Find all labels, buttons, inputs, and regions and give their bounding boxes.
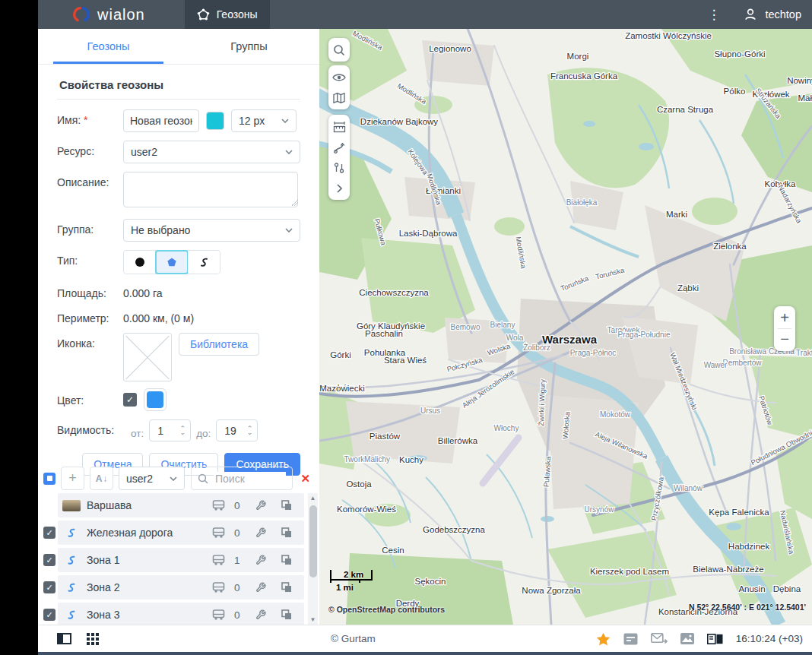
label-color-swatch[interactable]	[206, 112, 224, 130]
select-all-checkbox[interactable]	[43, 473, 56, 485]
map-canvas[interactable]: LegionowoMorgiZamostki WólczyńskieSłupno…	[319, 29, 812, 625]
row-checkbox[interactable]: ✓	[43, 609, 56, 621]
routing-icon[interactable]	[328, 137, 350, 157]
wialon-logo-icon	[72, 5, 90, 24]
zoom-in-button[interactable]: +	[774, 308, 795, 328]
tab-geofences[interactable]: Геозоны	[38, 29, 179, 64]
apps-grid-icon[interactable]	[87, 633, 99, 645]
edit-geofence-button[interactable]	[251, 609, 271, 620]
scale-mi-label: 1 mi	[330, 583, 373, 592]
copy-geofence-button[interactable]	[277, 555, 297, 565]
units-inside-button[interactable]	[208, 609, 228, 620]
row-checkbox[interactable]: ✓	[43, 527, 56, 539]
library-button[interactable]: Библиотека	[179, 333, 259, 356]
expand-tools-icon[interactable]	[328, 178, 350, 198]
map-label: Nowa Zgorzała	[522, 586, 581, 595]
notifications-icon[interactable]	[623, 633, 638, 645]
copy-icon	[281, 500, 292, 511]
user-menu[interactable]: techtop	[743, 7, 801, 22]
scrollbar-thumb[interactable]	[309, 505, 317, 577]
font-size-select[interactable]: 12 px	[231, 109, 297, 132]
geofence-icon	[197, 8, 210, 21]
group-value: Не выбрано	[131, 224, 190, 236]
geofence-type-cell	[62, 582, 81, 593]
search-box	[191, 467, 293, 490]
row-body[interactable]: Железная дорога0	[58, 521, 304, 545]
icon-preview[interactable]	[123, 333, 172, 381]
geofence-color-swatch[interactable]	[144, 388, 167, 411]
units-count-icon	[212, 527, 225, 538]
toggle-panel-icon[interactable]	[57, 633, 71, 644]
map-source-icon[interactable]	[328, 87, 350, 108]
spinner-icon[interactable]: ⌃⌄	[247, 427, 253, 435]
row-checkbox[interactable]: ✓	[43, 554, 56, 566]
geofence-list-item[interactable]: ✓Зона 20	[38, 575, 304, 600]
units-count: 1	[234, 555, 245, 566]
copy-geofence-button[interactable]	[277, 500, 297, 511]
geofence-list-item[interactable]: ✓Железная дорога0	[38, 521, 304, 545]
chevron-down-icon	[285, 150, 293, 154]
zoom-out-button[interactable]: −	[774, 329, 795, 350]
row-body[interactable]: Зона 30	[58, 603, 304, 625]
type-circle-button[interactable]	[124, 251, 156, 274]
resource-select[interactable]: user2	[123, 141, 300, 163]
sort-button[interactable]: A↓	[90, 467, 113, 490]
measure-distance-icon[interactable]	[328, 116, 350, 137]
units-inside-button[interactable]	[208, 555, 228, 565]
units-inside-button[interactable]	[208, 527, 228, 538]
edit-geofence-button[interactable]	[251, 500, 271, 511]
group-select[interactable]: Не выбрано	[123, 219, 300, 242]
row-body[interactable]: Зона 11	[58, 548, 304, 572]
spinner-icon[interactable]: ⌃⌄	[180, 427, 186, 435]
copy-geofence-button[interactable]	[277, 609, 297, 620]
search-input[interactable]	[214, 472, 286, 486]
nearest-units-icon[interactable]	[328, 157, 350, 178]
edit-geofence-button[interactable]	[251, 582, 271, 593]
copy-icon	[281, 609, 292, 620]
units-inside-button[interactable]	[208, 582, 228, 593]
favorites-star-icon[interactable]	[596, 632, 611, 646]
polyline-geofence-icon	[66, 555, 78, 565]
name-input[interactable]	[123, 109, 199, 132]
description-textarea[interactable]	[123, 172, 298, 207]
perimeter-value: 0.000 км, (0 м)	[123, 308, 194, 324]
monitoring-displays-icon[interactable]	[707, 634, 723, 644]
units-inside-button[interactable]	[208, 500, 228, 511]
visibility-eye-icon[interactable]	[328, 67, 350, 87]
polyline-geofence-icon	[66, 527, 78, 538]
more-menu-icon[interactable]: ⋮	[704, 8, 723, 21]
list-resource-select[interactable]: user2	[119, 467, 185, 490]
tab-groups[interactable]: Группы	[179, 29, 319, 64]
copy-geofence-button[interactable]	[277, 527, 297, 538]
edit-geofence-button[interactable]	[251, 527, 271, 538]
map-label: Ząbki	[677, 283, 699, 293]
group-label: Группа:	[57, 219, 123, 236]
description-label: Описание:	[57, 172, 123, 188]
media-icon[interactable]	[680, 633, 694, 644]
list-scrollbar[interactable]: ▲ ▼	[308, 493, 318, 625]
copy-geofence-button[interactable]	[277, 582, 297, 593]
type-line-button[interactable]	[188, 251, 220, 274]
messages-icon[interactable]	[651, 633, 668, 644]
geofence-list-item[interactable]: Варшава0	[38, 493, 304, 517]
resource-value: user2	[131, 146, 157, 158]
close-search-icon[interactable]: ✕	[300, 472, 310, 486]
type-polygon-button[interactable]	[156, 251, 188, 274]
visibility-to-stepper[interactable]: 19 ⌃⌄	[216, 419, 258, 441]
polyline-geofence-icon	[66, 609, 78, 620]
color-checkbox[interactable]: ✓	[123, 393, 137, 407]
color-label: Цвет:	[57, 388, 123, 407]
visibility-from-stepper[interactable]: 1 ⌃⌄	[149, 419, 191, 441]
map-search-icon[interactable]	[328, 40, 350, 60]
geofence-list-item[interactable]: ✓Зона 30	[38, 603, 304, 625]
row-body[interactable]: Зона 20	[58, 575, 304, 600]
geofence-list-item[interactable]: ✓Зона 11	[38, 548, 304, 572]
scroll-up-icon[interactable]: ▲	[308, 493, 318, 503]
edit-geofence-button[interactable]	[251, 555, 271, 565]
add-geofence-button[interactable]: +	[61, 467, 84, 490]
header-tab-geofences[interactable]: Геозоны	[185, 0, 270, 29]
row-checkbox[interactable]: ✓	[43, 581, 56, 593]
row-body[interactable]: Варшава0	[58, 493, 304, 517]
map-label: Bemowo	[451, 323, 481, 331]
scroll-down-icon[interactable]: ▼	[308, 615, 318, 625]
